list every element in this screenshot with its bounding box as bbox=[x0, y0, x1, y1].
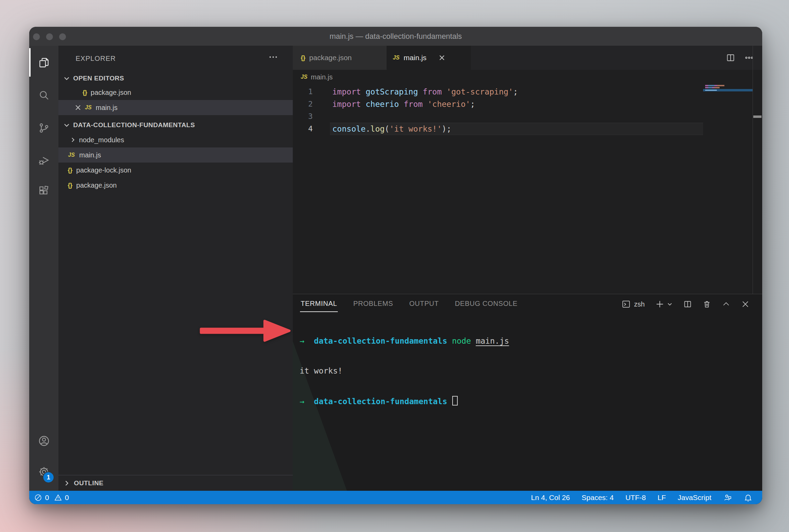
section-open-editors[interactable]: OPEN EDITORS bbox=[58, 72, 293, 85]
tab-main-js[interactable]: JS main.js bbox=[387, 46, 471, 70]
close-editor-icon[interactable] bbox=[75, 104, 81, 111]
sidebar-title: EXPLORER bbox=[76, 55, 116, 63]
tree-item-package-lock-json[interactable]: {} package-lock.json bbox=[58, 163, 293, 178]
new-terminal-icon[interactable] bbox=[655, 299, 665, 309]
open-editor-item-package-json[interactable]: {} package.json bbox=[58, 85, 293, 100]
minimap[interactable] bbox=[703, 70, 753, 294]
window-title: main.js — data-collection-fundamentals bbox=[29, 27, 762, 46]
terminal-line-output: it works! bbox=[300, 366, 509, 376]
shell-selector[interactable]: zsh bbox=[622, 300, 645, 309]
breadcrumb[interactable]: JS main.js bbox=[293, 70, 762, 84]
launch-profile-chevron-icon[interactable] bbox=[667, 301, 673, 307]
shell-label: zsh bbox=[634, 300, 645, 308]
minimap-code-line bbox=[705, 87, 720, 88]
encoding-status[interactable]: UTF-8 bbox=[625, 494, 646, 502]
js-file-icon: JS bbox=[68, 152, 75, 158]
section-label: OUTLINE bbox=[74, 479, 103, 487]
panel-actions: zsh bbox=[622, 294, 750, 314]
settings-badge: 1 bbox=[43, 472, 54, 483]
minimap-code-line bbox=[705, 85, 725, 86]
tab-label: package.json bbox=[309, 54, 352, 62]
notifications-bell-icon[interactable] bbox=[744, 493, 753, 502]
search-icon[interactable] bbox=[29, 79, 58, 111]
vscode-window: main.js — data-collection-fundamentals 1… bbox=[29, 27, 762, 504]
kill-terminal-trash-icon[interactable] bbox=[702, 300, 711, 309]
errors-count: 0 bbox=[45, 494, 49, 502]
panel-tab-bar: TERMINAL PROBLEMS OUTPUT DEBUG CONSOLE bbox=[301, 294, 518, 313]
json-file-icon: {} bbox=[68, 166, 72, 174]
folder-label: node_modules bbox=[79, 136, 124, 144]
close-tab-icon[interactable] bbox=[438, 54, 446, 62]
line-number: 4 bbox=[293, 123, 313, 135]
tree-item-node-modules[interactable]: node_modules bbox=[58, 132, 293, 147]
maximize-panel-chevron-icon[interactable] bbox=[722, 300, 731, 309]
activity-bar: 1 bbox=[29, 46, 58, 491]
errors-icon bbox=[34, 494, 42, 502]
code-line-2[interactable]: import cheerio from 'cheerio'; bbox=[332, 98, 475, 110]
section-outline[interactable]: OUTLINE bbox=[58, 475, 293, 491]
terminal-cursor bbox=[452, 396, 458, 406]
js-file-icon: JS bbox=[85, 104, 92, 111]
account-icon[interactable] bbox=[29, 424, 58, 457]
tab-package-json[interactable]: {} package.json bbox=[293, 46, 387, 70]
settings-gear-icon[interactable]: 1 bbox=[29, 455, 58, 488]
terminal-line-prompt: → data-collection-fundamentals bbox=[300, 396, 509, 407]
open-editor-item-main-js[interactable]: JS main.js bbox=[58, 100, 293, 115]
file-label: main.js bbox=[96, 104, 118, 112]
explorer-files-icon[interactable] bbox=[29, 46, 58, 79]
warnings-count: 0 bbox=[65, 494, 69, 502]
editor-tab-bar: {} package.json JS main.js bbox=[293, 46, 762, 70]
tab-output[interactable]: OUTPUT bbox=[409, 300, 439, 308]
line-number: 2 bbox=[293, 98, 313, 110]
explorer-sidebar: EXPLORER OPEN EDITORS {} package.json JS… bbox=[58, 46, 293, 491]
file-label: package.json bbox=[76, 181, 117, 189]
problems-status[interactable]: 0 0 bbox=[29, 494, 69, 502]
warnings-icon bbox=[54, 494, 62, 502]
tab-problems[interactable]: PROBLEMS bbox=[353, 300, 393, 308]
extensions-icon[interactable] bbox=[29, 174, 58, 207]
line-number: 1 bbox=[293, 86, 313, 98]
split-terminal-icon[interactable] bbox=[683, 300, 692, 309]
tree-item-main-js[interactable]: JS main.js bbox=[58, 147, 293, 163]
terminal-line-command: → data-collection-fundamentals node main… bbox=[300, 336, 509, 346]
eol-status[interactable]: LF bbox=[657, 494, 666, 502]
section-workspace-folder[interactable]: DATA-COLLECTION-FUNDAMENTALS bbox=[58, 119, 293, 132]
language-status[interactable]: JavaScript bbox=[678, 494, 711, 502]
chevron-right-icon bbox=[69, 136, 76, 143]
source-control-icon[interactable] bbox=[29, 111, 58, 144]
close-panel-icon[interactable] bbox=[741, 300, 750, 309]
overview-ruler-cursor-marker bbox=[753, 115, 762, 118]
tree-item-package-json[interactable]: {} package.json bbox=[58, 178, 293, 193]
file-label: package.json bbox=[91, 89, 131, 97]
run-debug-icon[interactable] bbox=[29, 144, 58, 176]
tab-debug-console[interactable]: DEBUG CONSOLE bbox=[455, 300, 518, 308]
js-file-icon: JS bbox=[301, 74, 308, 80]
code-line-1[interactable]: import gotScraping from 'got-scraping'; bbox=[332, 86, 518, 98]
tab-terminal[interactable]: TERMINAL bbox=[301, 300, 337, 308]
split-editor-icon[interactable] bbox=[726, 53, 735, 63]
json-file-icon: {} bbox=[301, 54, 305, 62]
section-label: OPEN EDITORS bbox=[73, 75, 124, 82]
indentation-status[interactable]: Spaces: 4 bbox=[582, 494, 614, 502]
file-label: package-lock.json bbox=[76, 166, 131, 174]
terminal-icon bbox=[622, 300, 631, 309]
code-line-4[interactable]: console.log('it works!'); bbox=[332, 123, 451, 135]
file-label: main.js bbox=[79, 151, 101, 159]
cursor-position-status[interactable]: Ln 4, Col 26 bbox=[531, 494, 570, 502]
tab-label: main.js bbox=[404, 54, 427, 62]
js-file-icon: JS bbox=[393, 55, 400, 61]
editor-group: {} package.json JS main.js JS main.js 1 … bbox=[293, 46, 762, 294]
feedback-icon[interactable] bbox=[723, 493, 732, 502]
terminal-output[interactable]: → data-collection-fundamentals node main… bbox=[300, 316, 509, 426]
line-number: 3 bbox=[293, 110, 313, 123]
minimap-current-line bbox=[703, 89, 753, 91]
json-file-icon: {} bbox=[82, 89, 87, 96]
explorer-actions-icon[interactable] bbox=[268, 52, 278, 64]
panel: TERMINAL PROBLEMS OUTPUT DEBUG CONSOLE z… bbox=[293, 294, 762, 491]
status-bar: 0 0 Ln 4, Col 26 Spaces: 4 UTF-8 LF Java… bbox=[29, 491, 762, 504]
breadcrumb-file: main.js bbox=[311, 73, 333, 81]
json-file-icon: {} bbox=[68, 181, 72, 189]
title-bar: main.js — data-collection-fundamentals bbox=[29, 27, 762, 46]
section-label: DATA-COLLECTION-FUNDAMENTALS bbox=[73, 121, 195, 129]
overview-ruler-divider bbox=[753, 46, 753, 294]
